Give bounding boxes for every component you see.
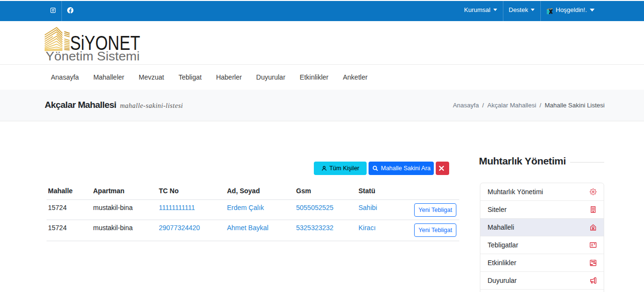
svg-text:Yönetim Sistemi: Yönetim Sistemi [46,49,140,63]
